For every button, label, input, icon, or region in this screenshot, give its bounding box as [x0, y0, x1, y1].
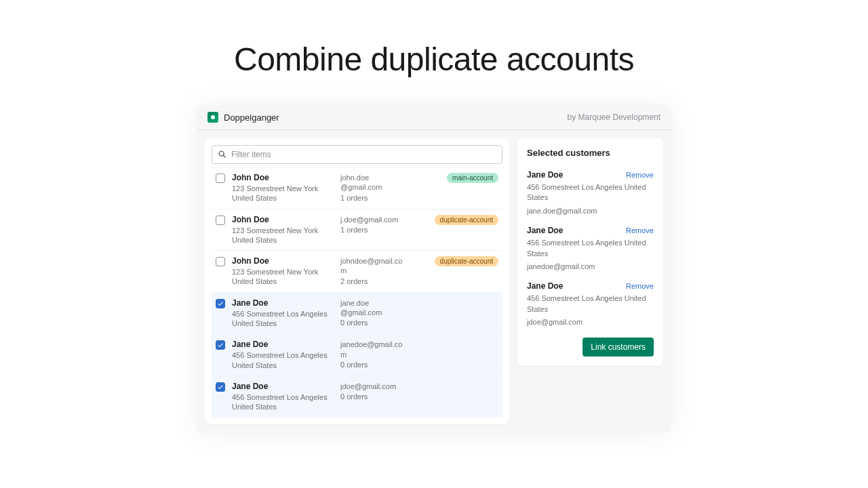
customer-main: John Doe123 Somestreet New York United S… — [232, 256, 334, 287]
customer-email-col: jdoe@gmail.com0 orders — [340, 382, 405, 401]
selected-email: jdoe@gmail.com — [527, 317, 654, 327]
selected-panel-title: Selected customers — [527, 148, 654, 158]
app-byline: by Marquee Development — [568, 113, 660, 122]
page-title: Combine duplicate accounts — [0, 41, 868, 78]
customer-tag-col: duplicate-account — [412, 256, 498, 266]
customer-email: janedoe@gmail.com — [340, 340, 405, 359]
selected-name: Jane Doe — [527, 281, 563, 291]
customers-panel: John Doe123 Somestreet New York United S… — [205, 138, 509, 424]
customer-email-col: j.doe@gmail.com1 orders — [340, 215, 405, 234]
customer-orders: 0 orders — [340, 361, 405, 369]
customer-tag-col: duplicate-account — [412, 215, 498, 225]
selected-address: 456 Somestreet Los Angeles United States — [527, 293, 654, 314]
customer-name: John Doe — [232, 256, 334, 266]
customer-email: j.doe@gmail.com — [340, 215, 405, 224]
selected-item: Jane DoeRemove456 Somestreet Los Angeles… — [527, 170, 654, 216]
customer-name: Jane Doe — [232, 382, 334, 391]
account-tag: duplicate-account — [435, 215, 498, 225]
app-logo-icon — [208, 112, 218, 123]
customer-checkbox[interactable] — [216, 257, 225, 266]
customer-email: johndoe@gmail.com — [340, 256, 405, 276]
customer-orders: 0 orders — [340, 319, 405, 327]
customer-orders: 1 orders — [340, 194, 405, 202]
selected-email: janedoe@gmail.com — [527, 262, 654, 272]
customer-row[interactable]: John Doe123 Somestreet New York United S… — [212, 250, 502, 292]
customer-row[interactable]: Jane Doe456 Somestreet Los Angeles Unite… — [212, 333, 502, 375]
search-input[interactable] — [227, 148, 496, 161]
customer-name: John Doe — [232, 215, 334, 224]
selected-address: 456 Somestreet Los Angeles United States — [527, 238, 654, 259]
selected-address: 456 Somestreet Los Angeles United States — [527, 182, 654, 203]
customer-checkbox[interactable] — [216, 216, 225, 225]
customer-name: Jane Doe — [232, 298, 334, 308]
customer-row[interactable]: John Doe123 Somestreet New York United S… — [212, 209, 502, 251]
customer-orders: 1 orders — [340, 226, 405, 234]
customer-row[interactable]: Jane Doe456 Somestreet Los Angeles Unite… — [212, 292, 502, 334]
app-brand: Doppelganger — [208, 112, 279, 123]
link-customers-button[interactable]: Link customers — [583, 338, 654, 357]
customer-main: John Doe123 Somestreet New York United S… — [232, 173, 334, 203]
selected-name: Jane Doe — [527, 226, 563, 235]
customer-email-col: janedoe@gmail.com0 orders — [340, 340, 405, 369]
customer-email: john.doe @gmail.com — [340, 173, 405, 192]
customer-main: Jane Doe456 Somestreet Los Angeles Unite… — [232, 382, 334, 412]
customer-address: 123 Somestreet New York United States — [232, 226, 334, 245]
customer-email-col: johndoe@gmail.com2 orders — [340, 256, 405, 285]
search-wrap — [212, 145, 502, 164]
customer-name: Jane Doe — [232, 340, 334, 349]
customer-email: jane.doe @gmail.com — [340, 298, 405, 318]
remove-link[interactable]: Remove — [626, 171, 654, 179]
selected-customers-panel: Selected customers Jane DoeRemove456 Som… — [517, 138, 663, 366]
customer-main: John Doe123 Somestreet New York United S… — [232, 215, 334, 245]
customer-checkbox[interactable] — [216, 174, 225, 183]
customer-main: Jane Doe456 Somestreet Los Angeles Unite… — [232, 340, 334, 370]
customer-checkbox[interactable] — [216, 340, 225, 350]
remove-link[interactable]: Remove — [626, 282, 654, 290]
selected-item: Jane DoeRemove456 Somestreet Los Angeles… — [527, 281, 654, 327]
app-name: Doppelganger — [224, 113, 279, 123]
app-header: Doppelganger by Marquee Development — [197, 105, 671, 130]
customer-checkbox[interactable] — [216, 299, 225, 308]
customer-main: Jane Doe456 Somestreet Los Angeles Unite… — [232, 298, 334, 329]
customer-address: 456 Somestreet Los Angeles United States — [232, 392, 334, 412]
account-tag: main-account — [447, 173, 498, 183]
selected-item: Jane DoeRemove456 Somestreet Los Angeles… — [527, 226, 654, 272]
selected-email: jane.doe@gmail.com — [527, 206, 654, 216]
selected-name: Jane Doe — [527, 170, 563, 180]
customer-address: 123 Somestreet New York United States — [232, 184, 334, 203]
customer-row[interactable]: John Doe123 Somestreet New York United S… — [212, 167, 502, 209]
account-tag: duplicate-account — [435, 256, 498, 266]
customer-address: 123 Somestreet New York United States — [232, 267, 334, 287]
customer-name: John Doe — [232, 173, 334, 182]
customer-orders: 2 orders — [340, 277, 405, 285]
customer-address: 456 Somestreet Los Angeles United States — [232, 309, 334, 329]
customer-tag-col: main-account — [412, 173, 498, 183]
app-window: Doppelganger by Marquee Development John… — [197, 105, 671, 432]
customer-orders: 0 orders — [340, 392, 405, 401]
customer-email-col: john.doe @gmail.com1 orders — [340, 173, 405, 202]
remove-link[interactable]: Remove — [626, 226, 654, 235]
customer-email-col: jane.doe @gmail.com0 orders — [340, 298, 405, 327]
customer-row[interactable]: Jane Doe456 Somestreet Los Angeles Unite… — [212, 375, 502, 418]
search-icon — [218, 150, 227, 159]
customer-email: jdoe@gmail.com — [340, 382, 405, 391]
customer-checkbox[interactable] — [216, 382, 225, 392]
customer-address: 456 Somestreet Los Angeles United States — [232, 350, 334, 370]
